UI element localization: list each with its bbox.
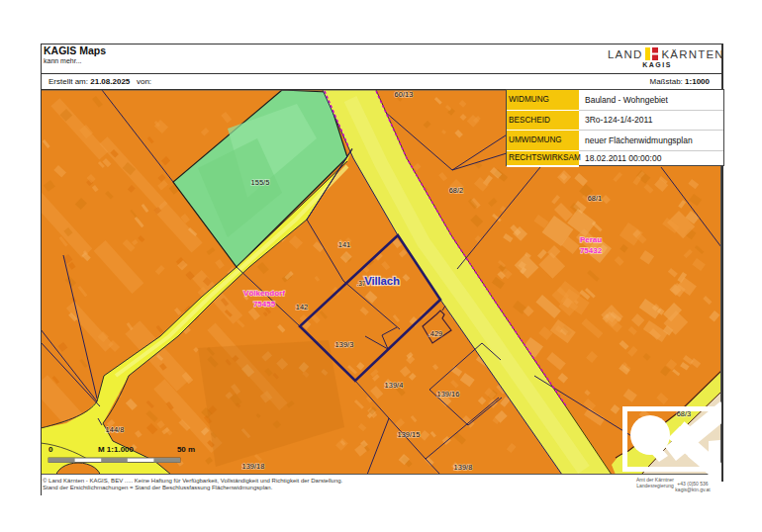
svg-text:75432: 75432 xyxy=(580,246,603,255)
svg-text:139/3: 139/3 xyxy=(335,340,354,349)
svg-text:139/8: 139/8 xyxy=(454,463,473,472)
svg-text:50 m: 50 m xyxy=(177,445,195,454)
svg-text:68/1: 68/1 xyxy=(588,194,603,203)
svg-text:.429: .429 xyxy=(429,329,443,338)
svg-text:Völkendorf: Völkendorf xyxy=(243,289,285,298)
svg-text:155/5: 155/5 xyxy=(251,178,270,187)
svg-text:60/13: 60/13 xyxy=(395,90,414,99)
svg-text:75455: 75455 xyxy=(253,300,276,309)
svg-text:M 1:1.000: M 1:1.000 xyxy=(98,445,135,454)
svg-text:Villach: Villach xyxy=(364,275,400,287)
svg-text:144/8: 144/8 xyxy=(106,425,125,434)
svg-text:139/18: 139/18 xyxy=(242,462,265,471)
svg-text:68/2: 68/2 xyxy=(449,186,464,195)
svg-text:139/16: 139/16 xyxy=(437,390,460,399)
svg-text:142: 142 xyxy=(296,303,309,311)
svg-text:141: 141 xyxy=(338,240,351,249)
svg-text:Perau: Perau xyxy=(580,235,602,244)
svg-text:139/15: 139/15 xyxy=(398,430,421,439)
svg-text:139/4: 139/4 xyxy=(385,381,404,390)
svg-text:0: 0 xyxy=(48,445,53,454)
